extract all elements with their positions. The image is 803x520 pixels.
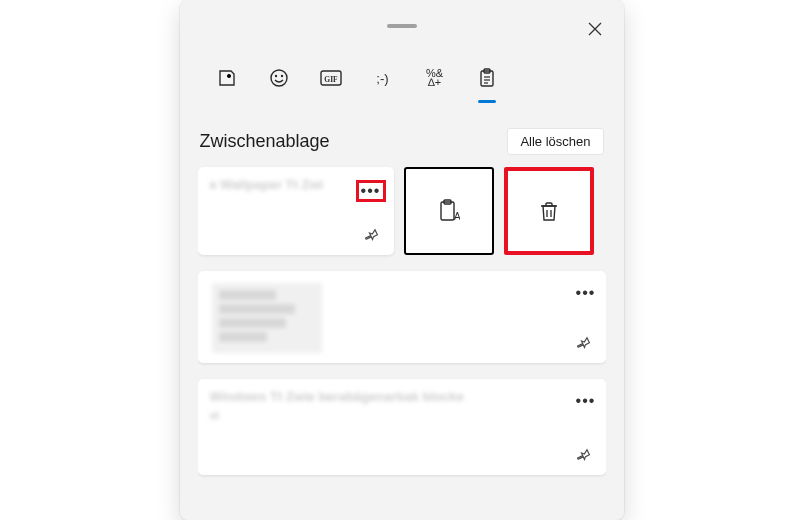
svg-point-2	[280, 75, 282, 77]
more-menu-button[interactable]: •••	[574, 392, 598, 410]
sticker-icon	[217, 68, 237, 88]
symbols-icon: %&∆+	[426, 69, 443, 87]
paste-as-text-button[interactable]: A	[404, 167, 494, 255]
tab-gif[interactable]: GIF	[316, 63, 346, 93]
clipboard-icon	[479, 68, 495, 88]
pin-icon	[576, 447, 592, 463]
pin-icon	[364, 227, 380, 243]
close-button[interactable]	[584, 18, 606, 40]
tab-row: GIF ;-) %&∆+	[212, 63, 502, 93]
section-title: Zwischenablage	[200, 131, 330, 152]
gif-icon: GIF	[320, 70, 342, 86]
content-area: Zwischenablage Alle löschen e Wallpaper …	[198, 128, 606, 520]
svg-text:A: A	[454, 211, 460, 222]
clip-item-card[interactable]: Windows Tt Zwie berabägenarbak blocke st…	[198, 379, 606, 475]
pin-button[interactable]	[574, 445, 594, 465]
clip-item-card[interactable]: e Wallpaper Tt Zwi •••	[198, 167, 394, 255]
kaomoji-icon: ;-)	[376, 71, 388, 86]
clip-text-preview: Windows Tt Zwie berabägenarbak blocke	[210, 389, 594, 404]
pin-icon	[576, 335, 592, 351]
drag-handle[interactable]	[387, 24, 417, 28]
close-icon	[588, 22, 602, 36]
section-header: Zwischenablage Alle löschen	[198, 128, 606, 167]
pin-button[interactable]	[362, 225, 382, 245]
clear-all-button[interactable]: Alle löschen	[507, 128, 603, 155]
clip-image-preview	[212, 283, 322, 353]
more-menu-button[interactable]: •••	[574, 284, 598, 302]
tab-emoji[interactable]	[264, 63, 294, 93]
svg-point-1	[274, 75, 276, 77]
emoji-icon	[269, 68, 289, 88]
trash-icon	[539, 200, 559, 222]
tab-kaomoji[interactable]: ;-)	[368, 63, 398, 93]
clip-item-card[interactable]: •••	[198, 271, 606, 363]
tab-symbols[interactable]: %&∆+	[420, 63, 450, 93]
emoji-clipboard-panel: GIF ;-) %&∆+ Zwischenablage Alle löschen…	[180, 0, 624, 520]
tab-clipboard[interactable]	[472, 63, 502, 93]
pin-button[interactable]	[574, 333, 594, 353]
delete-button[interactable]	[504, 167, 594, 255]
clip-text-preview: st	[210, 408, 594, 422]
tab-sticker[interactable]	[212, 63, 242, 93]
ellipsis-icon: •••	[576, 284, 596, 302]
paste-text-icon: A	[438, 198, 460, 224]
svg-text:GIF: GIF	[324, 75, 338, 84]
ellipsis-icon: •••	[361, 182, 381, 200]
ellipsis-icon: •••	[576, 392, 596, 410]
more-menu-button[interactable]: •••	[356, 180, 386, 202]
clipboard-items: e Wallpaper Tt Zwi ••• A	[198, 167, 606, 475]
svg-point-0	[271, 70, 287, 86]
clip-item-row: e Wallpaper Tt Zwi ••• A	[198, 167, 606, 255]
